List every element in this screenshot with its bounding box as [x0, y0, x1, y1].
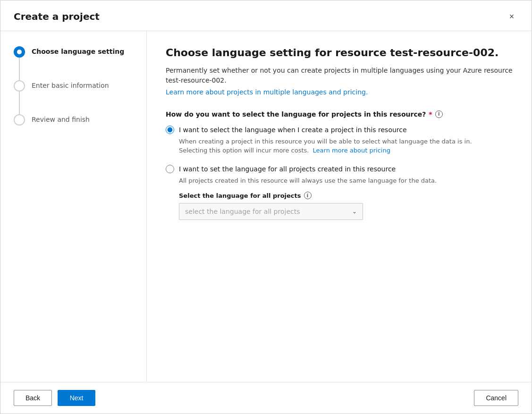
radio-all-projects-description: All projects created in this resource wi… [179, 176, 513, 186]
step-connector-2 [19, 92, 20, 114]
radio-all-projects-label[interactable]: I want to set the language for all proje… [179, 165, 396, 173]
radio-row-1: I want to select the language when I cre… [166, 126, 513, 134]
radio-all-projects-input[interactable] [166, 165, 174, 173]
step-1-label: Choose language setting [32, 46, 124, 57]
step-1-circle [14, 46, 25, 58]
next-button[interactable]: Next [58, 390, 95, 406]
radio-option-per-project: I want to select the language when I cre… [166, 126, 513, 155]
close-button[interactable]: × [505, 10, 518, 23]
step-3-label: Review and finish [32, 114, 90, 125]
create-project-dialog: Create a project × Choose language setti… [0, 0, 532, 414]
main-content: Choose language setting for resource tes… [147, 31, 532, 382]
dropdown-info-icon[interactable]: i [304, 192, 312, 199]
cancel-button[interactable]: Cancel [474, 390, 518, 406]
radio-per-project-description: When creating a project in this resource… [179, 137, 513, 155]
sidebar-item-choose-language: Choose language setting [14, 46, 133, 58]
radio-row-2: I want to set the language for all proje… [166, 165, 513, 173]
language-dropdown[interactable]: select the language for all projects ⌄ [179, 203, 363, 220]
sidebar-item-review: Review and finish [14, 114, 133, 126]
dialog-footer: Back Next Cancel [0, 382, 532, 414]
description-text: Permanently set whether or not you can c… [166, 66, 513, 85]
step-2-label: Enter basic information [32, 80, 109, 91]
dialog-header: Create a project × [0, 0, 532, 31]
dialog-title: Create a project [14, 11, 100, 22]
question-label: How do you want to select the language f… [166, 110, 513, 118]
learn-more-languages-link[interactable]: Learn more about projects in multiple la… [166, 88, 368, 96]
required-indicator: * [429, 110, 432, 118]
back-button[interactable]: Back [14, 390, 52, 406]
radio-per-project-label[interactable]: I want to select the language when I cre… [179, 126, 407, 134]
chevron-down-icon: ⌄ [352, 208, 357, 215]
learn-more-pricing-link[interactable]: Learn more about pricing [313, 147, 390, 154]
question-info-icon[interactable]: i [435, 110, 443, 118]
language-dropdown-label: Select the language for all projects i [179, 192, 513, 199]
language-dropdown-section: Select the language for all projects i s… [179, 192, 513, 220]
language-dropdown-placeholder: select the language for all projects [185, 208, 300, 215]
step-2-circle [14, 80, 25, 92]
sidebar-item-enter-basic: Enter basic information [14, 80, 133, 92]
step-3-circle [14, 114, 25, 126]
radio-per-project-input[interactable] [166, 126, 174, 134]
dialog-body: Choose language setting Enter basic info… [0, 31, 532, 382]
question-section: How do you want to select the language f… [166, 110, 513, 220]
step-connector-1 [19, 58, 20, 80]
radio-option-all-projects: I want to set the language for all proje… [166, 165, 513, 220]
section-title: Choose language setting for resource tes… [166, 46, 513, 60]
sidebar: Choose language setting Enter basic info… [0, 31, 147, 382]
